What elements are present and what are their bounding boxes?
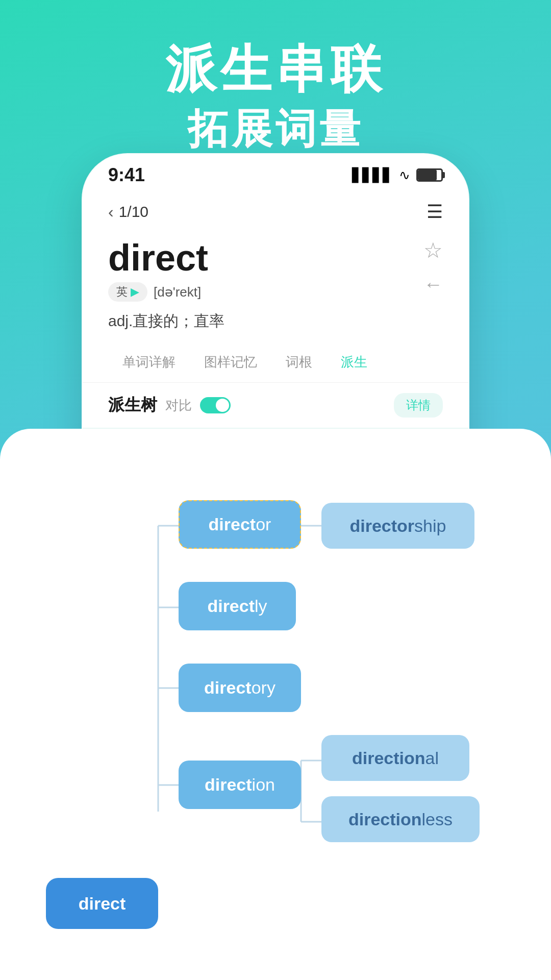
node-direct-text: direct — [79, 894, 126, 914]
phone-nav: ‹ 1/10 ☰ — [83, 191, 468, 233]
status-bar: 9:41 ▋▋▋▋ ∿ — [83, 154, 468, 191]
node-direction[interactable]: direction — [179, 761, 301, 809]
tree-section: direct director directorship directly di… — [0, 429, 551, 980]
word-section: direct 英 ▶ [də'rekt] adj.直接的；直率 ☆ ← — [83, 233, 468, 342]
star-icon[interactable]: ☆ — [423, 238, 443, 263]
tree-title-text: 派生树 — [108, 394, 157, 416]
tab-image-memory[interactable]: 图样记忆 — [190, 347, 271, 377]
node-directional[interactable]: directional — [321, 735, 469, 781]
back-button[interactable]: ‹ 1/10 — [108, 203, 148, 222]
compare-toggle[interactable] — [200, 397, 231, 413]
battery-icon — [416, 168, 443, 182]
header-title-2: 拓展词量 — [0, 102, 551, 157]
tab-root[interactable]: 词根 — [271, 347, 327, 377]
page-indicator: 1/10 — [119, 203, 148, 220]
language-label: 英 — [116, 284, 128, 300]
tree-diagram: direct director directorship directly di… — [31, 459, 520, 980]
node-direct[interactable]: direct — [46, 878, 158, 929]
status-icons: ▋▋▋▋ ∿ — [352, 167, 443, 183]
header: 派生串联 拓展词量 — [0, 0, 551, 178]
tree-title: 派生树 对比 — [108, 394, 231, 416]
phone-time: 9:41 — [108, 164, 145, 186]
node-directorship-text: directorship — [350, 516, 446, 536]
node-directory[interactable]: directory — [179, 664, 301, 712]
node-directly[interactable]: directly — [179, 582, 296, 630]
phonetic-text: [də'rekt] — [154, 284, 201, 300]
node-director[interactable]: director — [179, 500, 301, 549]
node-direction-text: direction — [205, 775, 275, 795]
filter-icon[interactable]: ☰ — [427, 201, 443, 223]
word-main: direct — [108, 238, 443, 278]
tabs-row: 单词详解 图样记忆 词根 派生 — [83, 342, 468, 383]
node-directionless-text: directionless — [348, 810, 453, 829]
node-directory-text: directory — [204, 678, 276, 698]
back-arrow-icon[interactable]: ← — [423, 274, 443, 296]
compare-label: 对比 — [165, 397, 192, 414]
word-meaning: adj.直接的；直率 — [108, 311, 443, 332]
tab-derived[interactable]: 派生 — [327, 347, 382, 377]
node-directional-text: directional — [352, 748, 439, 768]
header-title-1: 派生串联 — [0, 41, 551, 97]
back-chevron-icon: ‹ — [108, 203, 114, 222]
node-director-text: director — [209, 514, 271, 534]
tab-word-detail[interactable]: 单词详解 — [108, 347, 190, 377]
signal-icon: ▋▋▋▋ — [352, 167, 393, 183]
phonetic-badge: 英 ▶ — [108, 282, 147, 302]
wifi-icon: ∿ — [399, 167, 410, 183]
node-directorship[interactable]: directorship — [321, 503, 474, 549]
word-phonetic: 英 ▶ [də'rekt] — [108, 282, 443, 302]
node-directionless[interactable]: directionless — [321, 796, 480, 842]
detail-button[interactable]: 详情 — [394, 393, 443, 418]
sound-icon: ▶ — [131, 285, 139, 299]
node-directly-text: directly — [207, 596, 267, 616]
tree-header: 派生树 对比 详情 — [83, 383, 468, 428]
